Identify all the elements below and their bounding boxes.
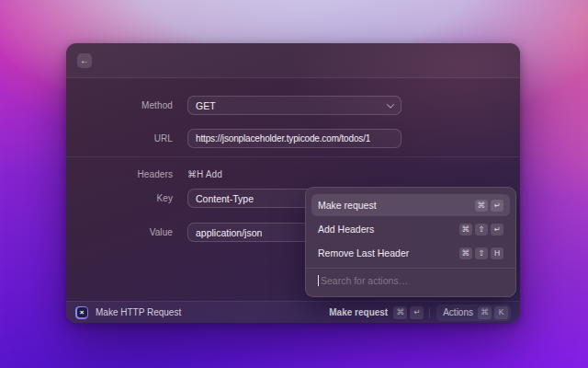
value-label: Value <box>66 227 173 237</box>
action-label: Remove Last Header <box>318 247 409 259</box>
url-row: URL https://jsonplaceholder.typicode.com… <box>66 129 520 148</box>
primary-action-button[interactable]: Make request <box>329 307 388 317</box>
method-select[interactable]: GET <box>187 96 401 115</box>
cmd-key-icon: ⌘ <box>475 200 489 212</box>
return-key-icon: ↵ <box>491 200 503 212</box>
window-header: ← <box>66 43 520 78</box>
extension-glyph-icon: × <box>77 307 87 317</box>
headers-label: Headers <box>66 169 173 179</box>
url-label: URL <box>66 133 173 144</box>
action-make-request[interactable]: Make request ⌘ ↵ <box>311 194 510 216</box>
shortcut-keys: ⌘ ⇧ H <box>459 247 504 259</box>
header-key-value: Content-Type <box>196 193 254 204</box>
status-bar: × Make HTTP Request Make request ⌘ ↵ Act… <box>66 301 520 323</box>
back-button[interactable]: ← <box>77 53 92 68</box>
text-cursor-icon <box>318 275 319 286</box>
cmd-key-icon: ⌘ <box>478 306 492 319</box>
key-label: Key <box>66 193 173 203</box>
shortcut-keys: ⌘ ↵ <box>475 200 504 212</box>
return-key-icon: ↵ <box>491 224 503 236</box>
action-search-input[interactable] <box>321 275 503 286</box>
actions-panel: Make request ⌘ ↵ Add Headers ⌘ ⇧ ↵ Remov… <box>305 187 516 297</box>
cmd-key-icon: ⌘ <box>393 306 407 319</box>
method-value: GET <box>196 100 216 111</box>
actions-button[interactable]: Actions ⌘ K <box>436 305 511 321</box>
url-value: https://jsonplaceholder.typicode.com/tod… <box>196 133 370 144</box>
vertical-divider <box>429 307 430 318</box>
action-add-headers[interactable]: Add Headers ⌘ ⇧ ↵ <box>311 218 510 240</box>
method-label: Method <box>66 100 173 110</box>
url-input[interactable]: https://jsonplaceholder.typicode.com/tod… <box>187 129 401 148</box>
k-key-icon: K <box>494 306 508 319</box>
method-row: Method GET <box>66 96 520 115</box>
shift-key-icon: ⇧ <box>475 247 488 259</box>
h-key-icon: H <box>491 247 503 259</box>
shift-key-icon: ⇧ <box>475 224 488 236</box>
return-key-icon: ↵ <box>410 306 424 319</box>
http-extension-icon: × <box>75 306 88 319</box>
header-value-value: application/json <box>196 227 262 238</box>
action-remove-last-header[interactable]: Remove Last Header ⌘ ⇧ H <box>311 242 510 264</box>
action-search-row <box>311 269 510 293</box>
action-label: Add Headers <box>318 224 374 235</box>
actions-button-label: Actions <box>443 307 473 317</box>
chevron-down-icon <box>387 100 394 108</box>
shortcut-keys: ⌘ ⇧ ↵ <box>459 224 504 236</box>
status-bar-right: Make request ⌘ ↵ Actions ⌘ K <box>329 305 511 321</box>
cmd-key-icon: ⌘ <box>459 224 473 236</box>
cmd-key-icon: ⌘ <box>459 247 473 259</box>
command-title: Make HTTP Request <box>96 307 181 317</box>
action-label: Make request <box>318 200 377 211</box>
back-arrow-icon: ← <box>80 56 89 65</box>
primary-shortcut-keys: ⌘ ↵ <box>393 306 424 319</box>
raycast-window: ← Method GET URL https://jsonplaceholder… <box>66 43 520 323</box>
section-divider <box>66 156 520 157</box>
headers-row: Headers ⌘H Add <box>66 167 520 181</box>
actions-shortcut-keys: ⌘ K <box>478 306 508 319</box>
add-header-shortcut-hint: ⌘H Add <box>187 169 222 179</box>
